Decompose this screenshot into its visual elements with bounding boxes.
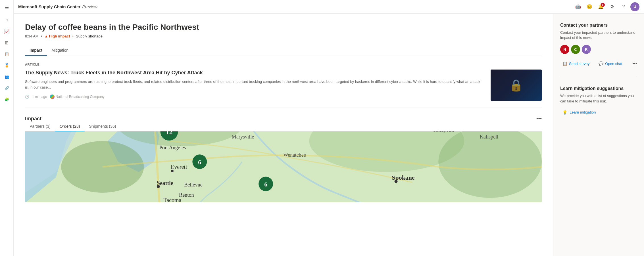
page-title: Delay of coffee beans in the Pacific Nor… xyxy=(25,23,542,32)
svg-text:Seattle: Seattle xyxy=(157,180,173,186)
app-title: Microsoft Supply Chain Center Preview xyxy=(18,4,97,9)
article-time-ago: 1 min ago xyxy=(32,95,47,99)
partners-tab-label: Partners (3) xyxy=(30,124,51,129)
network-icon: 🔗 xyxy=(5,86,9,90)
badge-icon: 🏅 xyxy=(5,63,9,68)
contact-actions: 📋 Send survey 💬 Open chat ••• xyxy=(560,60,637,68)
article-body: The Supply News: Truck Fleets in the Nor… xyxy=(25,70,484,101)
impact-title: Impact xyxy=(25,116,41,122)
tab-impact-label: Impact xyxy=(30,48,42,53)
svg-text:Spokane: Spokane xyxy=(392,174,414,181)
partner-avatars: N C R xyxy=(560,45,637,54)
panel-divider xyxy=(560,77,637,77)
home-icon: ⌂ xyxy=(5,17,8,22)
app-preview-label: Preview xyxy=(82,4,97,9)
contact-more-button[interactable]: ••• xyxy=(632,61,637,66)
feedback-icon: 🙂 xyxy=(587,4,592,9)
help-button[interactable]: ? xyxy=(619,2,628,11)
sidebar-item-analytics[interactable]: 📈 xyxy=(2,26,12,36)
meta-row: 8:34 AM • ▲ High impact • Supply shortag… xyxy=(25,34,542,38)
left-panel: Delay of coffee beans in the Pacific Nor… xyxy=(14,14,553,256)
bulb-icon: 💡 xyxy=(562,110,567,115)
impact-tabs: Partners (3) Orders (28) Shipments (36) xyxy=(25,122,542,131)
hamburger-icon: ☰ xyxy=(5,5,9,10)
analytics-icon: 📈 xyxy=(4,29,10,34)
copilot-button[interactable]: 🤖 xyxy=(574,2,583,11)
impact-header: Impact ••• xyxy=(25,116,542,122)
app-name: Microsoft Supply Chain Center xyxy=(18,4,80,9)
partner-avatar-n[interactable]: N xyxy=(560,45,569,54)
impact-tab-orders[interactable]: Orders (28) xyxy=(55,122,85,131)
high-impact-icon: ▲ xyxy=(44,34,48,38)
article-title: The Supply News: Truck Fleets in the Nor… xyxy=(25,70,484,76)
learn-mitigation-button[interactable]: 💡 Learn mitigation xyxy=(560,108,598,116)
puzzle-icon: 🧩 xyxy=(5,97,9,102)
settings-button[interactable]: ⚙ xyxy=(608,2,617,11)
user-avatar[interactable]: U xyxy=(630,2,639,11)
sidebar-item-network[interactable]: 🔗 xyxy=(2,83,12,93)
svg-text:Sandpoint: Sandpoint xyxy=(433,131,454,133)
mitigation-section: Learn mitigation suggestions We provide … xyxy=(560,86,637,116)
topbar: Microsoft Supply Chain Center Preview 🤖 … xyxy=(14,0,644,14)
main-tabs: Impact Mitigation xyxy=(25,45,542,56)
impact-section: Impact ••• Partners (3) Orders (28) Ship… xyxy=(25,116,542,202)
nbc-logo xyxy=(50,95,55,99)
hamburger-button[interactable]: ☰ xyxy=(2,2,12,12)
tab-impact[interactable]: Impact xyxy=(25,45,47,56)
sidebar-item-badge[interactable]: 🏅 xyxy=(2,60,12,70)
partner-n-initial: N xyxy=(563,47,566,52)
sidebar-item-grid[interactable]: ⊞ xyxy=(2,37,12,48)
article-excerpt: Software engineers and programmers are r… xyxy=(25,79,484,90)
notifications-button[interactable]: 🔔 8 xyxy=(596,2,605,11)
article-time: 8:34 AM xyxy=(25,34,39,38)
svg-text:Wenatchee: Wenatchee xyxy=(283,152,306,158)
svg-text:Marysville: Marysville xyxy=(232,134,254,140)
lock-icon: 🔒 xyxy=(509,79,523,92)
open-chat-label: Open chat xyxy=(605,62,622,66)
mitigation-desc: We provide you with a list of suggestion… xyxy=(560,93,637,104)
impact-tab-partners[interactable]: Partners (3) xyxy=(25,122,55,131)
send-survey-button[interactable]: 📋 Send survey xyxy=(560,60,592,68)
contact-desc: Contact your impacted partners to unders… xyxy=(560,30,637,40)
article-card: The Supply News: Truck Fleets in the Nor… xyxy=(25,70,542,108)
svg-text:6: 6 xyxy=(198,159,201,166)
mitigation-title: Learn mitigation suggestions xyxy=(560,86,637,91)
partner-avatar-c[interactable]: C xyxy=(571,45,580,54)
svg-point-9 xyxy=(171,170,174,172)
open-chat-button[interactable]: 💬 Open chat xyxy=(596,60,624,68)
sidebar-item-home[interactable]: ⌂ xyxy=(2,15,12,25)
tab-mitigation-label: Mitigation xyxy=(51,48,68,53)
shipments-tab-label: Shipments (36) xyxy=(89,124,116,129)
source-name: National Broadcasting Company xyxy=(56,95,105,99)
partner-c-initial: C xyxy=(574,47,577,52)
article-source: National Broadcasting Company xyxy=(50,95,105,99)
partner-avatar-r[interactable]: R xyxy=(582,45,591,54)
sidebar: ☰ ⌂ 📈 ⊞ 📋 🏅 👥 🔗 🧩 xyxy=(0,0,14,256)
sidebar-item-orders[interactable]: 📋 xyxy=(2,49,12,59)
category-label: Supply shortage xyxy=(76,34,103,38)
topbar-right: 🤖 🙂 🔔 8 ⚙ ? U xyxy=(574,2,639,11)
send-survey-icon: 📋 xyxy=(562,61,567,66)
main-wrapper: Microsoft Supply Chain Center Preview 🤖 … xyxy=(14,0,644,256)
help-icon: ? xyxy=(622,4,625,9)
avatar-initial: U xyxy=(633,5,636,9)
contact-title: Contact your partners xyxy=(560,23,637,28)
article-meta: 🕐 1 min ago National Broadcasting Compan… xyxy=(25,95,484,99)
settings-icon: ⚙ xyxy=(610,4,614,9)
svg-text:6: 6 xyxy=(264,181,267,188)
tab-mitigation[interactable]: Mitigation xyxy=(47,45,73,56)
svg-text:Port Angeles: Port Angeles xyxy=(159,145,186,150)
grid-icon: ⊞ xyxy=(5,40,9,45)
impact-tab-shipments[interactable]: Shipments (36) xyxy=(85,122,121,131)
svg-text:12: 12 xyxy=(166,131,173,136)
article-image: 🔒 xyxy=(491,70,542,101)
meta-dot-2: • xyxy=(72,34,74,38)
impact-more-button[interactable]: ••• xyxy=(536,116,542,122)
sidebar-item-puzzle[interactable]: 🧩 xyxy=(2,94,12,104)
sidebar-item-people[interactable]: 👥 xyxy=(2,72,12,82)
svg-text:Kalispell: Kalispell xyxy=(480,134,499,140)
contact-partners-section: Contact your partners Contact your impac… xyxy=(560,23,637,68)
map-svg: Seattle Everett Tacoma Bellevue Renton S… xyxy=(25,131,542,202)
feedback-button[interactable]: 🙂 xyxy=(585,2,594,11)
svg-text:Everett: Everett xyxy=(171,164,187,170)
